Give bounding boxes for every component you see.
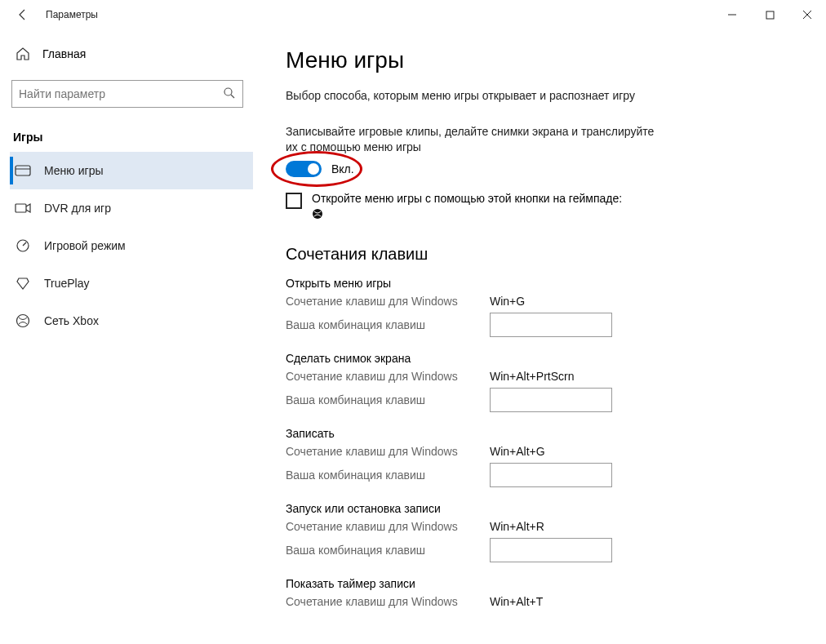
shortcut-title: Сделать снимок экрана	[286, 352, 802, 365]
sidebar-item-label: TruePlay	[44, 277, 90, 290]
page-title: Меню игры	[286, 47, 802, 73]
gamebar-toggle-row: Вкл.	[286, 161, 802, 177]
svg-point-2	[224, 88, 232, 95]
svg-rect-4	[16, 166, 30, 175]
shortcut-win-value: Win+G	[490, 295, 525, 308]
search-icon	[223, 87, 236, 102]
sidebar-item-label: Меню игры	[44, 164, 104, 177]
shortcut-user-label: Ваша комбинация клавиш	[286, 469, 490, 482]
trueplay-icon	[15, 275, 31, 291]
xbox-icon	[15, 313, 31, 329]
shortcut-user-input[interactable]	[490, 388, 612, 412]
shortcut-title: Показать таймер записи	[286, 577, 802, 590]
gamepad-checkbox-label: Откройте меню игры с помощью этой кнопки…	[312, 192, 622, 205]
search-field[interactable]	[19, 87, 223, 100]
dvr-icon	[15, 200, 31, 216]
gamepad-checkbox[interactable]	[286, 193, 302, 209]
shortcut-title: Открыть меню игры	[286, 277, 802, 290]
sidebar-item-game-mode[interactable]: Игровой режим	[10, 227, 253, 264]
svg-point-10	[313, 209, 322, 219]
shortcut-win-value: Win+Alt+G	[490, 445, 545, 458]
svg-rect-6	[16, 204, 26, 212]
svg-rect-1	[766, 11, 774, 19]
titlebar: Параметры	[0, 0, 826, 29]
sidebar: Главная Игры Меню игры DVR для игр	[0, 29, 253, 644]
shortcut-group-screenshot: Сделать снимок экрана Сочетание клавиш д…	[286, 352, 802, 412]
shortcut-group-timer: Показать таймер записи Сочетание клавиш …	[286, 577, 802, 608]
shortcut-win-label: Сочетание клавиш для Windows	[286, 520, 490, 533]
svg-point-9	[17, 315, 29, 327]
shortcut-group-record: Записать Сочетание клавиш для Windows Wi…	[286, 427, 802, 487]
shortcut-group-open: Открыть меню игры Сочетание клавиш для W…	[286, 277, 802, 337]
shortcut-win-label: Сочетание клавиш для Windows	[286, 370, 490, 383]
category-header: Игры	[10, 122, 253, 152]
window-controls	[713, 0, 826, 29]
gamebar-toggle[interactable]	[286, 161, 322, 177]
shortcut-group-start-stop: Запуск или остановка записи Сочетание кл…	[286, 502, 802, 562]
shortcuts-heading: Сочетания клавиш	[286, 245, 802, 264]
sidebar-item-label: Игровой режим	[44, 239, 126, 252]
shortcut-title: Запуск или остановка записи	[286, 502, 802, 515]
shortcut-user-input[interactable]	[490, 538, 612, 562]
shortcut-user-label: Ваша комбинация клавиш	[286, 544, 490, 557]
close-button[interactable]	[788, 0, 826, 29]
shortcut-user-input[interactable]	[490, 313, 612, 337]
shortcut-win-label: Сочетание клавиш для Windows	[286, 595, 490, 608]
shortcut-user-label: Ваша комбинация клавиш	[286, 318, 490, 331]
main-content: Меню игры Выбор способа, которым меню иг…	[253, 29, 826, 644]
home-icon	[15, 46, 31, 62]
home-link[interactable]: Главная	[10, 39, 253, 69]
shortcut-win-label: Сочетание клавиш для Windows	[286, 295, 490, 308]
sidebar-item-game-bar[interactable]: Меню игры	[10, 152, 253, 189]
sidebar-item-label: Сеть Xbox	[44, 314, 99, 327]
sidebar-item-trueplay[interactable]: TruePlay	[10, 264, 253, 302]
shortcut-user-input[interactable]	[490, 463, 612, 487]
toggle-state-label: Вкл.	[331, 162, 354, 175]
shortcut-win-value: Win+Alt+T	[490, 595, 543, 608]
svg-line-3	[231, 95, 234, 98]
gamepad-checkbox-row: Откройте меню игры с помощью этой кнопки…	[286, 192, 802, 222]
svg-line-8	[23, 242, 26, 246]
shortcut-win-value: Win+Alt+R	[490, 520, 544, 533]
gamebar-icon	[15, 162, 31, 179]
shortcut-win-label: Сочетание клавиш для Windows	[286, 445, 490, 458]
back-button[interactable]	[7, 0, 39, 29]
sidebar-item-dvr[interactable]: DVR для игр	[10, 189, 253, 227]
gauge-icon	[15, 238, 31, 254]
page-description-2: Записывайте игровые клипы, делайте снимк…	[286, 124, 661, 156]
minimize-button[interactable]	[713, 0, 751, 29]
page-description-1: Выбор способа, которым меню игры открыва…	[286, 88, 653, 104]
shortcut-title: Записать	[286, 427, 802, 440]
shortcut-user-label: Ваша комбинация клавиш	[286, 393, 490, 406]
sidebar-item-label: DVR для игр	[44, 202, 111, 215]
home-label: Главная	[42, 47, 86, 60]
search-input[interactable]	[11, 80, 243, 108]
xbox-guide-icon	[312, 208, 622, 222]
shortcut-win-value: Win+Alt+PrtScrn	[490, 370, 574, 383]
sidebar-item-xbox[interactable]: Сеть Xbox	[10, 302, 253, 340]
window-title: Параметры	[46, 9, 98, 20]
maximize-button[interactable]	[751, 0, 788, 29]
